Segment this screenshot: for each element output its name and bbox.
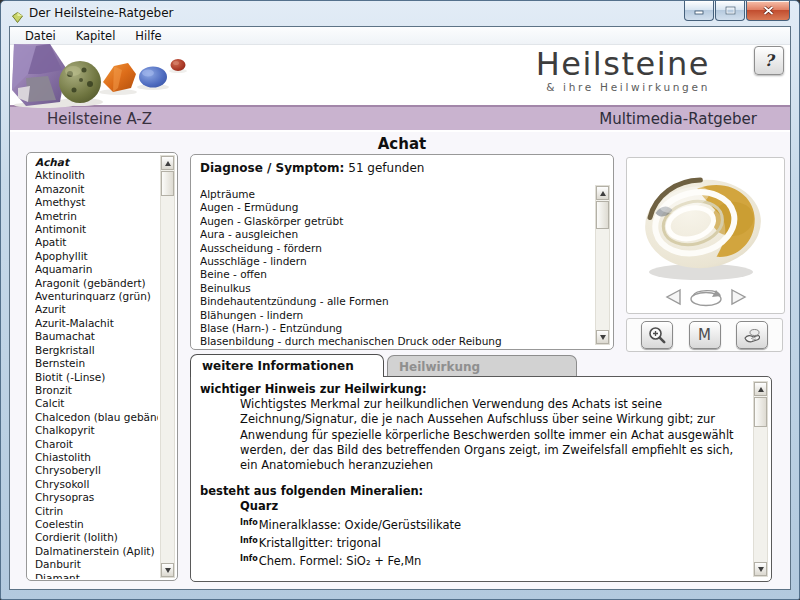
list-item[interactable]: Apatit: [35, 236, 158, 249]
scroll-up-button[interactable]: [596, 186, 609, 200]
list-item[interactable]: Augen - Ermüdung: [200, 201, 591, 214]
list-item[interactable]: Azurit: [35, 303, 158, 316]
scroll-up-button[interactable]: [754, 382, 767, 396]
header: Heilsteine & ihre Heilwirkungen ?: [10, 45, 790, 105]
tab-label: weitere Informationen: [202, 359, 354, 373]
symptom-panel: Diagnose / Symptom: 51 gefunden Alpträum…: [190, 154, 614, 350]
list-item[interactable]: Chalcedon (blau gebändert): [35, 411, 158, 424]
scroll-down-button[interactable]: [161, 563, 174, 577]
stone-list-panel: AchatAktinolithAmazonitAmethystAmetrinAn…: [26, 152, 178, 581]
tab-weitere-informationen[interactable]: weitere Informationen: [190, 354, 384, 377]
arrow-down-icon: [165, 568, 171, 573]
list-item[interactable]: Aventurinquarz (grün): [35, 290, 158, 303]
symptom-header-label: Diagnose / Symptom:: [200, 161, 344, 175]
close-button[interactable]: [746, 1, 790, 21]
list-item[interactable]: Achat: [35, 156, 158, 169]
scroll-thumb[interactable]: [754, 397, 767, 427]
list-item[interactable]: Dalmatinerstein (Aplit): [35, 545, 158, 558]
list-item[interactable]: Charoit: [35, 438, 158, 451]
mineral-properties: InfoMineralklasse: Oxide/Gerüstsilikate …: [200, 515, 747, 570]
mineral-property: InfoKristallgitter: trigonal: [240, 533, 747, 551]
list-item[interactable]: Danburit: [35, 558, 158, 571]
list-item[interactable]: Chalkopyrit: [35, 424, 158, 437]
list-item[interactable]: Bernstein: [35, 357, 158, 370]
list-item[interactable]: Chiastolith: [35, 451, 158, 464]
list-item[interactable]: Calcit: [35, 397, 158, 410]
list-item[interactable]: Aktinolith: [35, 169, 158, 182]
list-item[interactable]: Bergkristall: [35, 344, 158, 357]
list-item[interactable]: Baumachat: [35, 330, 158, 343]
list-item[interactable]: Chrysopras: [35, 491, 158, 504]
list-item[interactable]: Blasenbildung - durch mechanischen Druck…: [200, 335, 591, 348]
app-window: Der Heilsteine-Ratgeber Datei Kapitel Hi…: [0, 0, 800, 600]
list-item[interactable]: Blase (Harn-) - Entzündung: [200, 322, 591, 335]
agate-photo: [635, 166, 775, 292]
symptom-count: 51 gefunden: [348, 161, 424, 175]
list-item[interactable]: Beine - offen: [200, 268, 591, 281]
stone-list: AchatAktinolithAmazonitAmethystAmetrinAn…: [35, 156, 158, 579]
arrow-down-icon: [758, 567, 764, 572]
minimize-button[interactable]: [684, 1, 714, 21]
list-item[interactable]: Apophyllit: [35, 250, 158, 263]
list-item[interactable]: Bindehautentzündung - alle Formen: [200, 295, 591, 308]
arrow-up-icon: [758, 387, 764, 392]
hand-apply-button[interactable]: [736, 321, 768, 349]
list-item[interactable]: Ausscheidung - fördern: [200, 242, 591, 255]
scroll-down-button[interactable]: [596, 330, 609, 344]
info-panel: wichtiger Hinweis zur Heilwirkung: Wicht…: [190, 376, 772, 582]
client-area: Datei Kapitel Hilfe: [9, 26, 791, 590]
main-area: Achat AchatAktinolithAmazonitAmethystAme…: [10, 132, 790, 589]
scroll-down-button[interactable]: [754, 562, 767, 576]
magnifier-plus-icon: [647, 325, 667, 345]
list-item[interactable]: Amazonit: [35, 183, 158, 196]
list-item[interactable]: Aura - ausgleichen: [200, 228, 591, 241]
symptom-list: AlpträumeAugen - ErmüdungAugen - Glaskör…: [200, 188, 591, 348]
list-item[interactable]: Bronzit: [35, 384, 158, 397]
title-bar[interactable]: Der Heilsteine-Ratgeber: [1, 1, 799, 26]
list-item[interactable]: Azurit-Malachit: [35, 317, 158, 330]
list-item[interactable]: Diamant: [35, 572, 158, 579]
list-item[interactable]: Beinulkus: [200, 282, 591, 295]
list-item[interactable]: Citrin: [35, 505, 158, 518]
scroll-thumb[interactable]: [596, 201, 609, 229]
list-item[interactable]: Cordierit (Iolith): [35, 531, 158, 544]
list-item[interactable]: Chrysoberyll: [35, 464, 158, 477]
list-item[interactable]: Aragonit (gebändert): [35, 277, 158, 290]
list-item[interactable]: Coelestin: [35, 518, 158, 531]
list-item[interactable]: Ametrin: [35, 210, 158, 223]
minimize-icon: [694, 6, 704, 15]
rotate-right-button: [732, 290, 745, 304]
info-link[interactable]: Info: [240, 536, 258, 545]
list-item[interactable]: Ausschläge - lindern: [200, 255, 591, 268]
info-content: wichtiger Hinweis zur Heilwirkung: Wicht…: [200, 382, 747, 580]
info-link[interactable]: Info: [240, 554, 258, 563]
zoom-button[interactable]: [641, 321, 673, 349]
list-item[interactable]: Antimonit: [35, 223, 158, 236]
list-item[interactable]: Blähungen - lindern: [200, 309, 591, 322]
hint-text: Wichtigstes Merkmal zur heilkundlichen V…: [240, 397, 747, 473]
arrow-up-icon: [165, 161, 171, 166]
stone-image-frame: [626, 157, 785, 314]
mineral-name: Quarz: [240, 499, 747, 514]
scroll-up-button[interactable]: [161, 156, 174, 170]
list-item[interactable]: Augen - Glaskörper getrübt: [200, 215, 591, 228]
list-item[interactable]: Aquamarin: [35, 263, 158, 276]
maximize-icon: [725, 6, 736, 15]
scroll-thumb[interactable]: [161, 171, 174, 196]
property-text: Mineralklasse: Oxide/Gerüstsilikate: [259, 518, 461, 532]
list-item[interactable]: Chrysokoll: [35, 478, 158, 491]
property-text: Kristallgitter: trigonal: [259, 536, 381, 550]
close-icon: [763, 6, 774, 15]
help-button[interactable]: ?: [754, 46, 784, 75]
symptom-scrollbar: [595, 185, 610, 345]
list-item[interactable]: Amethyst: [35, 196, 158, 209]
list-item[interactable]: Biotit (-Linse): [35, 371, 158, 384]
list-item[interactable]: Alpträume: [200, 188, 591, 201]
question-mark-icon: ?: [764, 51, 773, 70]
tab-heilwirkung[interactable]: Heilwirkung: [387, 355, 577, 377]
mineral-property: InfoMineralklasse: Oxide/Gerüstsilikate: [240, 515, 747, 533]
maximize-button[interactable]: [715, 1, 745, 21]
m-button[interactable]: M: [689, 321, 721, 349]
arrow-up-icon: [600, 191, 606, 196]
info-link[interactable]: Info: [240, 518, 258, 527]
